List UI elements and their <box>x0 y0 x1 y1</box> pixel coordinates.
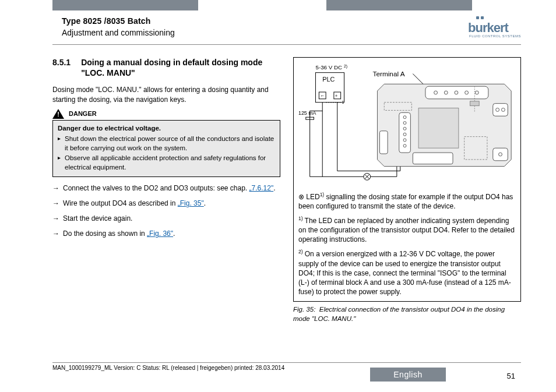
svg-rect-35 <box>493 104 508 116</box>
page-number: 51 <box>507 372 515 380</box>
crossref-link[interactable]: „7.6.12" <box>249 184 274 192</box>
arrow-icon: → <box>52 213 59 224</box>
step-text: Start the device again. <box>63 213 132 224</box>
header-rule <box>52 44 521 45</box>
top-tab-right <box>326 0 472 10</box>
figure-box: 5-36 V DC 2) PLC ← + 1 125 mA <box>293 57 521 302</box>
brand-logo-text: burkert <box>468 20 508 36</box>
step-row: → Connect the valves to the DO2 and DO3 … <box>52 183 280 193</box>
page-header: Type 8025 /8035 Batch Adjustment and com… <box>62 16 521 38</box>
svg-text:←: ← <box>320 93 325 98</box>
svg-text:1: 1 <box>342 100 344 104</box>
section-title: Doing a manual dosing in default dosing … <box>81 57 280 78</box>
crossref-link[interactable]: „Fig. 36" <box>147 229 173 238</box>
step-row: → Do the dosing as shown in „Fig. 36". <box>52 228 280 239</box>
danger-item: Shut down the electrical power source of… <box>58 135 275 153</box>
step-row: → Wire the output DO4 as described in „F… <box>52 198 280 209</box>
figure-caption-text: Electrical connection of the transistor … <box>293 306 505 322</box>
svg-rect-53 <box>470 101 479 106</box>
section-number: 8.5.1 <box>52 57 71 78</box>
svg-rect-49 <box>413 153 453 164</box>
footer-meta: MAN_1000199279_ML Version: C Status: RL … <box>52 365 284 371</box>
svg-text:5-36 V DC 2): 5-36 V DC 2) <box>315 63 347 70</box>
right-column: 5-36 V DC 2) PLC ← + 1 125 mA <box>293 57 521 357</box>
footnote-1: The LED can be replaced by another indic… <box>298 217 515 243</box>
step-text: Do the dosing as shown in <box>63 229 147 238</box>
danger-label: DANGER <box>69 110 97 117</box>
top-tab-left <box>52 0 198 10</box>
danger-item: Observe all applicable accident protecti… <box>58 154 275 172</box>
crossref-link[interactable]: „Fig. 35" <box>178 199 204 207</box>
doc-subtitle: Adjustment and commissioning <box>62 28 175 37</box>
step-row: → Start the device again. <box>52 213 280 224</box>
doc-type-line: Type 8025 /8035 Batch <box>62 16 175 26</box>
figure-caption: Fig. 35: Electrical connection of the tr… <box>293 305 521 323</box>
svg-text:+: + <box>335 93 338 98</box>
step-text: Wire the output DO4 as described in <box>63 199 178 207</box>
arrow-icon: → <box>52 228 59 239</box>
led-text-cont: signalling the dosing state for example … <box>298 193 513 210</box>
footer-rule <box>52 362 521 363</box>
brand-logo: burkert FLUID CONTROL SYSTEMS <box>468 16 521 38</box>
svg-rect-38 <box>493 148 508 161</box>
procedure-steps: → Connect the valves to the DO2 and DO3 … <box>52 183 280 239</box>
warning-triangle-icon <box>52 109 64 119</box>
arrow-icon: → <box>52 198 59 209</box>
figure-label: Fig. 35: <box>293 306 315 313</box>
svg-rect-40 <box>418 108 459 149</box>
svg-rect-48 <box>379 131 388 154</box>
footnote-2: On a version energized with a 12-36 V DC… <box>298 250 511 296</box>
left-column: 8.5.1 Doing a manual dosing in default d… <box>52 57 280 357</box>
language-badge: English <box>370 368 446 382</box>
danger-box: Danger due to electrical voltage. Shut d… <box>52 120 280 178</box>
svg-text:PLC: PLC <box>322 76 335 83</box>
svg-text:Terminal A: Terminal A <box>373 70 405 77</box>
brand-logo-tag: FLUID CONTROL SYSTEMS <box>469 34 521 38</box>
wiring-diagram: 5-36 V DC 2) PLC ← + 1 125 mA <box>298 61 516 186</box>
step-text: Connect the valves to the DO2 and DO3 ou… <box>63 184 249 192</box>
led-marker-icon: ⊗ <box>298 193 304 201</box>
intro-paragraph: Dosing mode "LOC. MANU." allows for ente… <box>52 85 280 104</box>
section-heading: 8.5.1 Doing a manual dosing in default d… <box>52 57 280 78</box>
danger-title: Danger due to electrical voltage. <box>58 124 275 133</box>
led-text: LED <box>306 193 319 201</box>
arrow-icon: → <box>52 183 59 193</box>
